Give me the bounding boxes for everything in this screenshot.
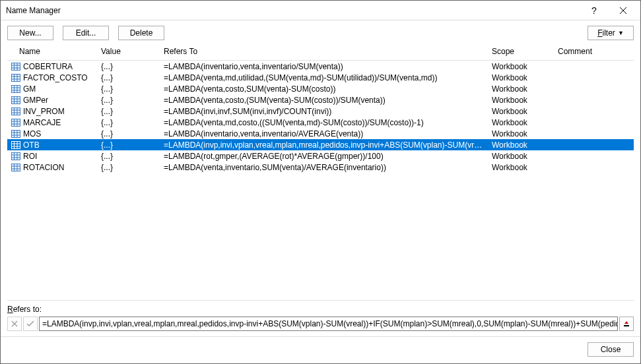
refers-to-section: Refers to: =LAMBDA(invp,invi,vplan,vreal… bbox=[1, 301, 640, 336]
column-header-name[interactable]: Name bbox=[7, 44, 97, 57]
row-refers: =LAMBDA(inventario,venta,inventario/SUM(… bbox=[160, 62, 488, 71]
row-value: {...} bbox=[97, 84, 160, 94]
edit-button[interactable]: Edit... bbox=[63, 26, 109, 40]
defined-name-icon bbox=[11, 85, 20, 93]
row-scope: Workbook bbox=[488, 129, 554, 138]
row-name: INV_PROM bbox=[23, 107, 65, 116]
row-name: OTB bbox=[23, 140, 40, 150]
refers-to-label: Refers to: bbox=[7, 305, 634, 314]
table-row[interactable]: OTB {...} =LAMBDA(invp,invi,vplan,vreal,… bbox=[7, 139, 634, 150]
table-row[interactable]: INV_PROM {...} =LAMBDA(invi,invf,SUM(inv… bbox=[7, 106, 634, 117]
row-value: {...} bbox=[97, 152, 160, 161]
column-header-scope[interactable]: Scope bbox=[488, 44, 554, 57]
row-scope: Workbook bbox=[488, 73, 554, 82]
svg-rect-7 bbox=[12, 74, 20, 81]
help-icon: ? bbox=[591, 5, 597, 16]
check-icon bbox=[26, 320, 34, 327]
row-refers: =LAMBDA(rot,gmper,(AVERAGE(rot)*AVERAGE(… bbox=[160, 152, 488, 161]
table-row[interactable]: GMPer {...} =LAMBDA(venta,costo,(SUM(ven… bbox=[7, 94, 634, 106]
row-refers: =LAMBDA(venta,md,costo,((SUM(venta,md)-S… bbox=[160, 118, 488, 127]
svg-rect-22 bbox=[12, 107, 20, 115]
footer: Close bbox=[1, 336, 640, 363]
window-close-button[interactable] bbox=[609, 1, 638, 20]
svg-marker-55 bbox=[624, 321, 628, 324]
row-refers: =LAMBDA(invp,invi,vplan,vreal,mplan,mrea… bbox=[160, 140, 488, 150]
column-header-value[interactable]: Value bbox=[97, 44, 160, 57]
row-name: ROI bbox=[23, 152, 37, 161]
help-button[interactable]: ? bbox=[580, 1, 609, 20]
defined-name-icon bbox=[11, 74, 20, 82]
collapse-dialog-button[interactable] bbox=[619, 317, 634, 331]
row-value: {...} bbox=[97, 62, 160, 71]
defined-name-icon bbox=[11, 96, 20, 104]
defined-name-icon bbox=[11, 141, 20, 149]
defined-name-icon bbox=[11, 164, 20, 171]
name-list[interactable]: COBERTURA {...} =LAMBDA(inventario,venta… bbox=[7, 61, 634, 301]
row-scope: Workbook bbox=[488, 84, 554, 94]
svg-rect-27 bbox=[12, 119, 20, 126]
defined-name-icon bbox=[11, 119, 20, 127]
row-scope: Workbook bbox=[488, 96, 554, 105]
table-row[interactable]: ROI {...} =LAMBDA(rot,gmper,(AVERAGE(rot… bbox=[7, 150, 634, 162]
collapse-icon bbox=[623, 320, 630, 328]
row-refers: =LAMBDA(venta,costo,(SUM(venta)-SUM(cost… bbox=[160, 96, 488, 105]
row-value: {...} bbox=[97, 140, 160, 150]
row-value: {...} bbox=[97, 118, 160, 127]
row-refers: =LAMBDA(venta,md,utilidad,(SUM(venta,md)… bbox=[160, 73, 488, 82]
row-scope: Workbook bbox=[488, 118, 554, 127]
filter-button[interactable]: Filter ▼ bbox=[588, 26, 634, 40]
svg-rect-54 bbox=[624, 325, 629, 326]
table-row[interactable]: GM {...} =LAMBDA(venta,costo,SUM(venta)-… bbox=[7, 83, 634, 94]
svg-rect-47 bbox=[12, 164, 20, 171]
table-row[interactable]: FACTOR_COSTO {...} =LAMBDA(venta,md,util… bbox=[7, 72, 634, 83]
row-refers: =LAMBDA(venta,costo,SUM(venta)-SUM(costo… bbox=[160, 84, 488, 94]
close-icon bbox=[619, 7, 627, 15]
defined-name-icon bbox=[11, 130, 20, 138]
filter-label-rest: ilter bbox=[603, 28, 615, 38]
table-row[interactable]: MOS {...} =LAMBDA(inventario,venta,inven… bbox=[7, 128, 634, 139]
row-refers: =LAMBDA(invi,invf,SUM(invi,invf)/COUNT(i… bbox=[160, 107, 488, 116]
x-icon bbox=[11, 320, 18, 327]
row-scope: Workbook bbox=[488, 163, 554, 172]
svg-rect-12 bbox=[12, 85, 20, 92]
delete-button[interactable]: Delete bbox=[118, 26, 164, 40]
defined-name-icon bbox=[11, 107, 20, 115]
row-scope: Workbook bbox=[488, 152, 554, 161]
close-button[interactable]: Close bbox=[588, 342, 634, 357]
titlebar: Name Manager ? bbox=[1, 1, 640, 20]
column-header-refers[interactable]: Refers To bbox=[160, 44, 488, 57]
row-name: GMPer bbox=[23, 96, 48, 105]
row-scope: Workbook bbox=[488, 107, 554, 116]
row-refers: =LAMBDA(inventario,venta,inventario/AVER… bbox=[160, 129, 488, 138]
toolbar: New... Edit... Delete Filter ▼ bbox=[1, 20, 640, 44]
row-value: {...} bbox=[97, 129, 160, 138]
accept-formula-button[interactable] bbox=[23, 317, 38, 331]
table-row[interactable]: ROTACION {...} =LAMBDA(venta,inventario,… bbox=[7, 162, 634, 173]
row-value: {...} bbox=[97, 96, 160, 105]
window-title: Name Manager bbox=[6, 6, 580, 15]
svg-rect-2 bbox=[12, 63, 20, 70]
row-value: {...} bbox=[97, 73, 160, 82]
refers-to-input[interactable]: =LAMBDA(invp,invi,vplan,vreal,mplan,mrea… bbox=[39, 317, 618, 331]
table-row[interactable]: MARCAJE {...} =LAMBDA(venta,md,costo,((S… bbox=[7, 117, 634, 128]
defined-name-icon bbox=[11, 152, 20, 160]
chevron-down-icon: ▼ bbox=[618, 30, 624, 36]
row-value: {...} bbox=[97, 163, 160, 172]
row-name: MARCAJE bbox=[23, 118, 61, 127]
svg-rect-37 bbox=[12, 141, 20, 148]
row-value: {...} bbox=[97, 107, 160, 116]
svg-rect-42 bbox=[12, 152, 20, 160]
row-refers: =LAMBDA(venta,inventario,SUM(venta)/AVER… bbox=[160, 163, 488, 172]
row-name: GM bbox=[23, 84, 36, 94]
new-button[interactable]: New... bbox=[7, 26, 53, 40]
row-name: ROTACION bbox=[23, 163, 64, 172]
defined-name-icon bbox=[11, 63, 20, 71]
cancel-formula-button[interactable] bbox=[7, 317, 22, 331]
row-name: FACTOR_COSTO bbox=[23, 73, 88, 82]
svg-rect-32 bbox=[12, 130, 20, 137]
refers-to-value: =LAMBDA(invp,invi,vplan,vreal,mplan,mrea… bbox=[42, 319, 618, 328]
table-row[interactable]: COBERTURA {...} =LAMBDA(inventario,venta… bbox=[7, 61, 634, 72]
row-scope: Workbook bbox=[488, 62, 554, 71]
column-header-comment[interactable]: Comment bbox=[554, 44, 634, 57]
row-name: COBERTURA bbox=[23, 62, 73, 71]
